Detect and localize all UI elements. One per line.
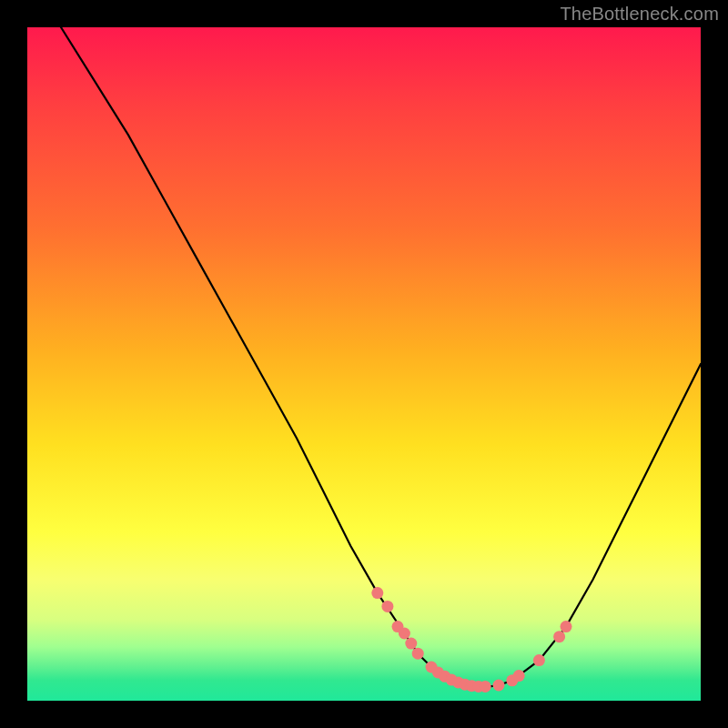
highlight-dot	[381, 601, 393, 612]
highlight-dot	[399, 628, 410, 640]
bottleneck-curve	[27, 27, 701, 687]
highlight-dot	[371, 587, 383, 599]
highlight-dot	[480, 681, 491, 693]
highlight-dot	[493, 679, 505, 691]
watermark-text: TheBottleneck.com	[560, 4, 719, 25]
chart-container: TheBottleneck.com	[0, 0, 728, 728]
highlight-dots	[371, 587, 571, 693]
highlight-dot	[405, 638, 417, 650]
highlight-dot	[553, 631, 565, 642]
curve-layer	[27, 27, 701, 701]
highlight-dot	[533, 654, 545, 666]
plot-area	[27, 27, 701, 701]
highlight-dot	[513, 670, 525, 682]
highlight-dot	[412, 648, 424, 660]
highlight-dot	[561, 621, 572, 632]
